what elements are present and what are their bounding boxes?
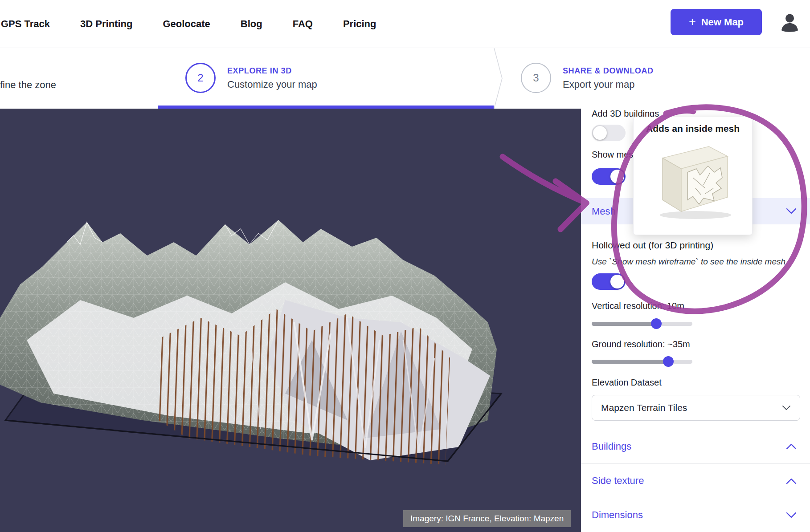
slider-knob[interactable] bbox=[663, 356, 674, 367]
plus-icon: + bbox=[689, 16, 696, 28]
mesh-section-label: Mesh bbox=[592, 206, 616, 217]
show-mesh-wireframe-toggle[interactable] bbox=[592, 168, 626, 185]
slider-fill bbox=[592, 322, 656, 326]
chevron-up-icon bbox=[786, 478, 797, 484]
slider-knob[interactable] bbox=[651, 318, 662, 329]
chevron-down-icon bbox=[786, 512, 797, 519]
chevron-down-icon bbox=[786, 208, 797, 215]
top-header: GPS Track 3D Printing Geolocate Blog FAQ… bbox=[0, 0, 810, 48]
person-icon bbox=[778, 10, 802, 33]
hollowed-out-toggle[interactable] bbox=[592, 273, 626, 290]
step-3-subtitle: Export your map bbox=[563, 79, 634, 90]
nav-item-geolocate[interactable]: Geolocate bbox=[163, 18, 210, 30]
avatar-button[interactable] bbox=[778, 10, 802, 33]
wizard-stepper: fine the zone 2 EXPLORE IN 3D Customize … bbox=[0, 48, 810, 109]
settings-sidebar: Add 3D buildings Show mesh wireframe Mes… bbox=[581, 109, 810, 532]
toggle-knob bbox=[610, 170, 624, 183]
ground-resolution-slider[interactable] bbox=[592, 356, 692, 367]
inside-mesh-tooltip: Adds an inside mesh bbox=[633, 117, 753, 235]
dimensions-section-header[interactable]: Dimensions bbox=[581, 498, 810, 532]
add-3d-buildings-toggle[interactable] bbox=[592, 125, 626, 141]
elevation-dataset-value: Mapzen Terrain Tiles bbox=[601, 402, 687, 413]
nav-item-blog[interactable]: Blog bbox=[241, 18, 262, 30]
vertical-resolution-label: Vertical resolution: 10m bbox=[592, 301, 684, 311]
toggle-knob bbox=[610, 275, 624, 288]
slider-fill bbox=[592, 360, 668, 364]
side-texture-section-header[interactable]: Side texture bbox=[581, 463, 810, 498]
dimensions-section-label: Dimensions bbox=[592, 509, 643, 521]
step-2-progress-bar bbox=[158, 106, 494, 109]
chevron-down-icon bbox=[782, 405, 791, 410]
nav-item-gps-track[interactable]: GPS Track bbox=[1, 18, 50, 30]
new-map-button[interactable]: + New Map bbox=[671, 9, 762, 35]
toggle-knob bbox=[593, 126, 607, 140]
terrain-3d-viewport[interactable]: Imagery: IGN France, Elevation: Mapzen bbox=[0, 109, 581, 532]
chevron-up-icon bbox=[786, 443, 797, 450]
step-separator-chevron bbox=[494, 48, 503, 109]
tooltip-text: Adds an inside mesh bbox=[634, 123, 752, 134]
buildings-section-label: Buildings bbox=[592, 441, 631, 452]
ground-resolution-label: Ground resolution: ~35m bbox=[592, 339, 690, 349]
page: GPS Track 3D Printing Geolocate Blog FAQ… bbox=[0, 0, 810, 532]
elevation-dataset-select[interactable]: Mapzen Terrain Tiles bbox=[592, 395, 800, 421]
step-1-define-zone[interactable]: fine the zone bbox=[0, 79, 56, 91]
hollowed-out-hint: Use `Show mesh wireframe` to see the ins… bbox=[592, 257, 785, 267]
step-3-title: SHARE & DOWNLOAD bbox=[563, 66, 654, 76]
hollow-mesh-preview-image bbox=[646, 134, 740, 223]
step-2-indicator[interactable]: 2 bbox=[185, 63, 216, 93]
step-2-subtitle: Customize your map bbox=[227, 79, 317, 90]
terrain-render bbox=[0, 109, 581, 532]
vertical-resolution-slider[interactable] bbox=[592, 318, 692, 329]
map-attribution: Imagery: IGN France, Elevation: Mapzen bbox=[403, 510, 571, 527]
nav-item-3d-printing[interactable]: 3D Printing bbox=[80, 18, 132, 30]
top-nav: GPS Track 3D Printing Geolocate Blog FAQ… bbox=[1, 0, 376, 48]
nav-item-pricing[interactable]: Pricing bbox=[343, 18, 376, 30]
side-texture-section-label: Side texture bbox=[592, 475, 644, 487]
hollowed-out-label: Hollowed out (for 3D printing) bbox=[592, 240, 713, 251]
new-map-label: New Map bbox=[701, 16, 744, 28]
step-2-title: EXPLORE IN 3D bbox=[227, 66, 292, 76]
nav-item-faq[interactable]: FAQ bbox=[293, 18, 313, 30]
step-divider bbox=[158, 48, 158, 109]
step-3-indicator[interactable]: 3 bbox=[521, 63, 551, 93]
buildings-section-header[interactable]: Buildings bbox=[581, 429, 810, 463]
elevation-dataset-label: Elevation Dataset bbox=[592, 378, 662, 388]
